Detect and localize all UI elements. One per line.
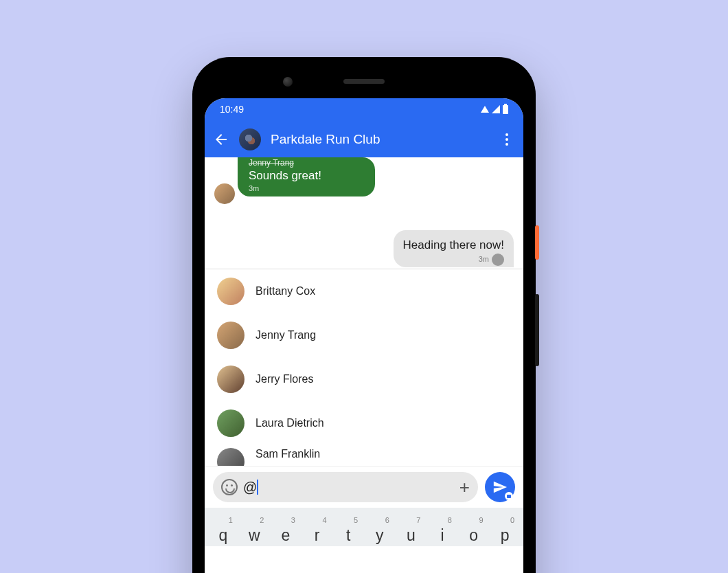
power-button: [535, 225, 539, 260]
front-camera: [283, 77, 293, 87]
mention-suggestion-item[interactable]: Laura Dietrich: [205, 401, 523, 445]
mention-suggestion-item[interactable]: Sam Franklin: [205, 445, 523, 466]
soft-keyboard: 1q 2w 3e 4r 5t 6y 7u 8i 9o 0p: [205, 508, 523, 546]
message-time: 3m: [403, 254, 504, 266]
key-r[interactable]: 4r: [304, 515, 331, 546]
key-y[interactable]: 6y: [366, 515, 394, 546]
send-button[interactable]: [485, 472, 515, 502]
key-e[interactable]: 3e: [272, 515, 299, 546]
mention-suggestion-item[interactable]: Jenny Trang: [205, 313, 523, 357]
avatar: [217, 278, 244, 305]
contact-name: Jenny Trang: [255, 329, 316, 341]
contact-name: Brittany Cox: [255, 285, 315, 297]
chat-header: Parkdale Run Club: [205, 120, 523, 159]
earpiece-speaker: [343, 79, 385, 84]
input-text[interactable]: @: [243, 480, 454, 495]
emoji-picker-icon[interactable]: [221, 479, 238, 495]
send-icon: [492, 480, 508, 495]
attach-icon[interactable]: +: [459, 477, 470, 498]
mention-suggestion-item[interactable]: Brittany Cox: [205, 269, 523, 313]
arrow-left-icon: [213, 131, 229, 148]
key-p[interactable]: 0p: [491, 515, 519, 546]
group-avatar[interactable]: [239, 128, 261, 150]
status-icons: [481, 105, 508, 114]
message-bubble-outgoing[interactable]: Heading there now! 3m: [394, 230, 514, 267]
message-bubble-incoming[interactable]: Jenny Trang Sounds great! 3m: [238, 157, 375, 196]
avatar: [217, 322, 244, 349]
text-cursor: [257, 480, 258, 495]
key-o[interactable]: 9o: [460, 515, 488, 546]
avatar: [217, 366, 244, 393]
read-receipt-avatar: [492, 254, 504, 266]
message-list[interactable]: Jenny Trang Sounds great! 3m Heading the…: [205, 157, 523, 269]
status-bar: 10:49: [205, 98, 523, 120]
lock-icon: [505, 492, 513, 500]
message-sender: Jenny Trang: [249, 158, 364, 168]
contact-name: Jerry Flores: [255, 373, 313, 385]
message-composer: @ +: [205, 466, 523, 508]
key-i[interactable]: 8i: [429, 515, 456, 546]
chat-title[interactable]: Parkdale Run Club: [271, 132, 489, 147]
avatar: [217, 409, 244, 437]
contact-name: Laura Dietrich: [255, 417, 324, 429]
back-button[interactable]: [213, 131, 229, 148]
phone-frame: 10:49 Parkdale Run Club: [192, 57, 536, 573]
key-q[interactable]: 1q: [209, 515, 237, 546]
avatar: [217, 448, 244, 466]
keyboard-row: 1q 2w 3e 4r 5t 6y 7u 8i 9o 0p: [207, 515, 521, 546]
key-w[interactable]: 2w: [240, 515, 268, 546]
status-time: 10:49: [220, 104, 244, 115]
battery-icon: [503, 105, 508, 114]
cell-signal-icon: [492, 105, 500, 113]
screen: 10:49 Parkdale Run Club: [205, 98, 523, 573]
volume-button: [535, 294, 539, 366]
message-avatar[interactable]: [214, 183, 235, 204]
message-text: Sounds great!: [249, 169, 364, 183]
message-time: 3m: [249, 184, 364, 192]
mention-suggestion-item[interactable]: Jerry Flores: [205, 357, 523, 401]
key-u[interactable]: 7u: [397, 515, 424, 546]
message-text: Heading there now!: [403, 238, 504, 252]
more-options-button[interactable]: [499, 133, 515, 146]
wifi-icon: [481, 106, 489, 113]
key-t[interactable]: 5t: [334, 515, 362, 546]
contact-name: Sam Franklin: [255, 448, 320, 460]
mention-suggestion-list: Brittany Cox Jenny Trang Jerry Flores La…: [205, 269, 523, 466]
message-input[interactable]: @ +: [213, 472, 478, 502]
